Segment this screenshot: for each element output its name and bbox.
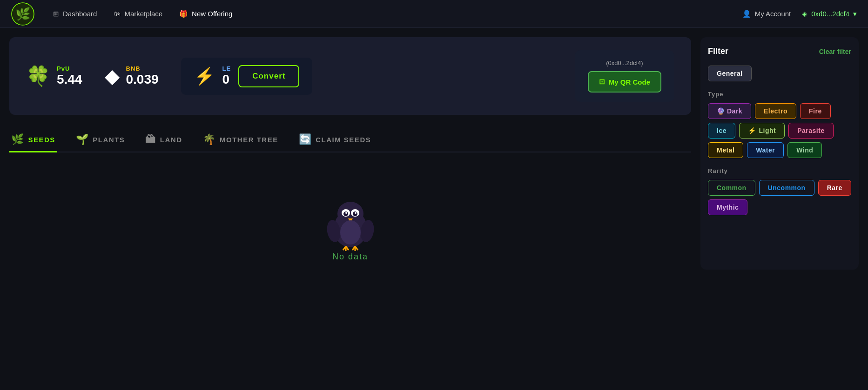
le-box: ⚡ LE 0 Convert: [181, 58, 313, 95]
wallet-icon: ◈: [802, 10, 807, 18]
svg-point-9: [355, 212, 357, 214]
pvu-info: PvU 5.44: [57, 65, 82, 87]
type-light-button[interactable]: ⚡Light: [739, 123, 785, 139]
filter-type-section: Type 🔮 Dark Electro Fire Ice ⚡Light Para…: [708, 91, 851, 158]
type-electro-button[interactable]: Electro: [755, 103, 796, 119]
dark-icon: 🔮: [717, 107, 727, 115]
filter-rarity-section: Rarity Common Uncommon Rare Mythic: [708, 167, 851, 215]
land-icon: 🏔: [145, 133, 156, 145]
balance-bar: 🍀 PvU 5.44 ◆ BNB 0.039 ⚡ LE 0 Co: [9, 37, 691, 115]
qr-box: (0xd0...2dcf4) ⊡ My QR Code: [575, 50, 674, 102]
rarity-common-button[interactable]: Common: [708, 180, 755, 196]
le-info: LE 0: [222, 65, 231, 87]
type-filter-buttons: 🔮 Dark Electro Fire Ice ⚡Light Parasite …: [708, 103, 851, 158]
convert-button[interactable]: Convert: [238, 65, 299, 87]
filter-general-section: General: [708, 66, 851, 81]
filter-sidebar: Filter Clear filter General Type 🔮 Dark …: [700, 37, 859, 270]
clear-filter-button[interactable]: Clear filter: [819, 48, 851, 55]
type-fire-button[interactable]: Fire: [800, 103, 831, 119]
type-metal-button[interactable]: Metal: [708, 142, 743, 158]
svg-text:🌿: 🌿: [15, 7, 31, 21]
filter-title: Filter: [708, 46, 728, 56]
marketplace-icon: 🛍: [114, 10, 121, 18]
tab-claim-seeds[interactable]: 🔄 CLAIM SEEDS: [297, 128, 373, 152]
le-icon: ⚡: [194, 66, 215, 86]
nav-links: ⊞ Dashboard 🛍 Marketplace 🎁 New Offering: [53, 10, 742, 18]
svg-point-19: [340, 220, 361, 245]
my-account-button[interactable]: 👤 My Account: [742, 10, 791, 18]
navbar: 🌿 ⊞ Dashboard 🛍 Marketplace 🎁 New Offeri…: [0, 0, 868, 28]
type-dark-button[interactable]: 🔮 Dark: [708, 103, 751, 119]
claim-seeds-icon: 🔄: [299, 133, 312, 145]
no-data-area: No data: [9, 164, 691, 290]
chevron-down-icon: ▾: [853, 10, 857, 18]
le-value: 0: [222, 72, 231, 87]
bnb-value: 0.039: [126, 72, 159, 87]
pvu-balance: 🍀 PvU 5.44: [26, 65, 82, 87]
type-ice-button[interactable]: Ice: [708, 123, 735, 139]
bnb-label: BNB: [126, 65, 159, 72]
light-icon: ⚡: [748, 127, 756, 134]
type-parasite-button[interactable]: Parasite: [788, 123, 833, 139]
content-area: 🍀 PvU 5.44 ◆ BNB 0.039 ⚡ LE 0 Co: [9, 37, 691, 290]
account-icon: 👤: [742, 10, 751, 18]
bnb-balance: ◆ BNB 0.039: [105, 65, 159, 87]
nav-marketplace[interactable]: 🛍 Marketplace: [114, 10, 162, 18]
bnb-icon: ◆: [105, 66, 120, 86]
main-content: 🍀 PvU 5.44 ◆ BNB 0.039 ⚡ LE 0 Co: [0, 28, 868, 299]
gift-icon: 🎁: [179, 10, 188, 18]
general-filter-button[interactable]: General: [708, 66, 752, 81]
tab-mother-tree[interactable]: 🌴 MOTHER TREE: [201, 128, 280, 152]
rarity-mythic-button[interactable]: Mythic: [708, 199, 747, 215]
mother-tree-icon: 🌴: [203, 133, 216, 145]
seeds-icon: 🌿: [11, 133, 25, 145]
qr-section: (0xd0...2dcf4) ⊡ My QR Code: [575, 50, 674, 102]
logo[interactable]: 🌿: [11, 2, 34, 26]
type-wind-button[interactable]: Wind: [787, 142, 822, 158]
tabs: 🌿 SEEDS 🌱 PLANTS 🏔 LAND 🌴 MOTHER TREE 🔄 …: [9, 128, 691, 152]
bnb-info: BNB 0.039: [126, 65, 159, 87]
pvu-value: 5.44: [57, 72, 82, 87]
wallet-button[interactable]: ◈ 0xd0...2dcf4 ▾: [802, 10, 857, 18]
pvu-label: PvU: [57, 65, 82, 72]
tab-land[interactable]: 🏔 LAND: [143, 128, 184, 152]
bird-illustration: [323, 192, 378, 252]
svg-point-8: [345, 212, 347, 214]
qr-button[interactable]: ⊡ My QR Code: [588, 71, 661, 93]
rarity-uncommon-button[interactable]: Uncommon: [759, 180, 814, 196]
pvu-icon: 🍀: [26, 66, 50, 86]
type-water-button[interactable]: Water: [747, 142, 784, 158]
le-label: LE: [222, 65, 231, 72]
sidebar-scroll-area: Filter Clear filter General Type 🔮 Dark …: [708, 46, 851, 225]
rarity-section-label: Rarity: [708, 167, 851, 174]
nav-new-offering[interactable]: 🎁 New Offering: [179, 10, 232, 18]
tab-seeds[interactable]: 🌿 SEEDS: [9, 128, 57, 152]
plants-icon: 🌱: [76, 133, 89, 145]
tab-plants[interactable]: 🌱 PLANTS: [74, 128, 127, 152]
qr-address: (0xd0...2dcf4): [606, 59, 643, 66]
filter-header: Filter Clear filter: [708, 46, 851, 56]
no-data-text: No data: [332, 252, 368, 262]
qr-icon: ⊡: [599, 78, 605, 86]
nav-right: 👤 My Account ◈ 0xd0...2dcf4 ▾: [742, 10, 857, 18]
type-section-label: Type: [708, 91, 851, 98]
nav-dashboard[interactable]: ⊞ Dashboard: [53, 10, 97, 18]
dashboard-icon: ⊞: [53, 10, 59, 18]
rarity-filter-buttons: Common Uncommon Rare Mythic: [708, 180, 851, 215]
rarity-rare-button[interactable]: Rare: [818, 180, 851, 196]
